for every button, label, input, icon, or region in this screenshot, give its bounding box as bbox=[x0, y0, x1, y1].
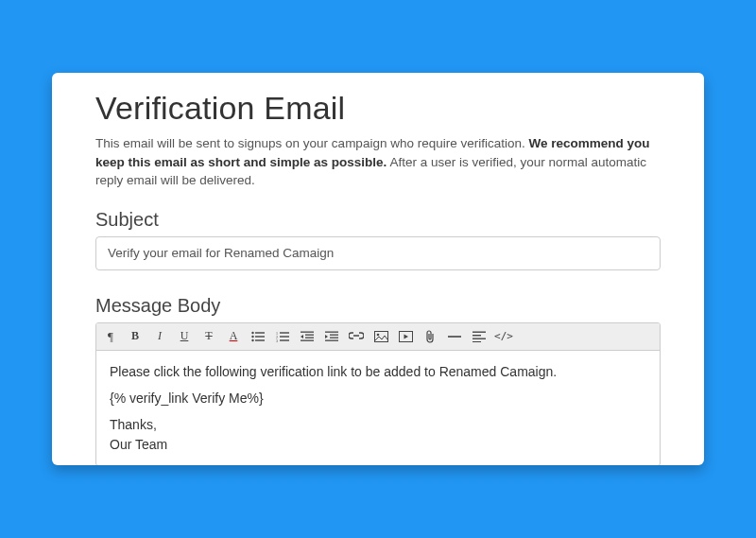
svg-marker-13 bbox=[301, 335, 303, 338]
svg-rect-14 bbox=[305, 334, 314, 335]
text-color-icon[interactable]: A bbox=[225, 327, 242, 346]
svg-rect-22 bbox=[374, 331, 387, 341]
image-icon[interactable] bbox=[372, 327, 389, 346]
body-line-3: Thanks, bbox=[110, 415, 646, 434]
svg-rect-12 bbox=[301, 331, 314, 332]
page-title: Verification Email bbox=[95, 90, 661, 127]
svg-rect-26 bbox=[448, 336, 461, 338]
svg-rect-5 bbox=[255, 339, 265, 340]
svg-rect-27 bbox=[472, 331, 486, 332]
subject-input[interactable] bbox=[95, 236, 661, 270]
link-icon[interactable] bbox=[348, 327, 365, 346]
svg-rect-17 bbox=[325, 331, 338, 332]
svg-rect-19 bbox=[330, 334, 338, 335]
message-body-editor[interactable]: Please click the following verification … bbox=[96, 351, 660, 465]
svg-rect-20 bbox=[330, 337, 338, 338]
svg-rect-7 bbox=[280, 332, 289, 333]
svg-marker-25 bbox=[404, 334, 408, 338]
svg-marker-18 bbox=[325, 335, 328, 338]
svg-point-2 bbox=[251, 335, 253, 337]
svg-rect-11 bbox=[280, 339, 289, 340]
body-line-2: {% verify_link Verify Me%} bbox=[110, 389, 646, 408]
rich-text-editor: ¶ B I U T A 123 bbox=[95, 322, 661, 465]
svg-rect-3 bbox=[255, 336, 265, 337]
code-view-icon[interactable]: </> bbox=[495, 327, 512, 346]
indent-icon[interactable] bbox=[323, 327, 340, 346]
svg-rect-9 bbox=[280, 336, 289, 337]
strikethrough-icon[interactable]: T bbox=[200, 327, 217, 346]
svg-point-0 bbox=[251, 331, 253, 333]
attachment-icon[interactable] bbox=[421, 327, 438, 346]
unordered-list-icon[interactable] bbox=[249, 327, 266, 346]
align-icon[interactable] bbox=[471, 327, 488, 346]
svg-point-23 bbox=[376, 333, 379, 336]
description-pre: This email will be sent to signups on yo… bbox=[95, 136, 528, 150]
horizontal-rule-icon[interactable] bbox=[446, 327, 463, 346]
outdent-icon[interactable] bbox=[299, 327, 316, 346]
svg-point-4 bbox=[251, 338, 253, 340]
video-icon[interactable] bbox=[397, 327, 414, 346]
verification-email-card: Verification Email This email will be se… bbox=[52, 73, 704, 465]
svg-rect-15 bbox=[305, 337, 314, 338]
svg-rect-28 bbox=[472, 335, 481, 336]
body-line-4: Our Team bbox=[110, 435, 646, 454]
editor-toolbar: ¶ B I U T A 123 bbox=[96, 323, 660, 351]
svg-rect-21 bbox=[325, 339, 338, 340]
svg-rect-29 bbox=[472, 338, 486, 338]
svg-rect-1 bbox=[255, 332, 265, 333]
italic-icon[interactable]: I bbox=[151, 327, 168, 346]
underline-icon[interactable]: U bbox=[176, 327, 193, 346]
paragraph-icon[interactable]: ¶ bbox=[102, 327, 119, 346]
subject-label: Subject bbox=[95, 209, 661, 231]
message-body-label: Message Body bbox=[95, 295, 661, 317]
svg-rect-30 bbox=[472, 341, 481, 342]
page-description: This email will be sent to signups on yo… bbox=[95, 134, 661, 190]
bold-icon[interactable]: B bbox=[127, 327, 144, 346]
svg-rect-16 bbox=[301, 339, 314, 340]
svg-text:3: 3 bbox=[276, 338, 278, 342]
body-line-1: Please click the following verification … bbox=[110, 362, 646, 381]
ordered-list-icon[interactable]: 123 bbox=[274, 327, 291, 346]
